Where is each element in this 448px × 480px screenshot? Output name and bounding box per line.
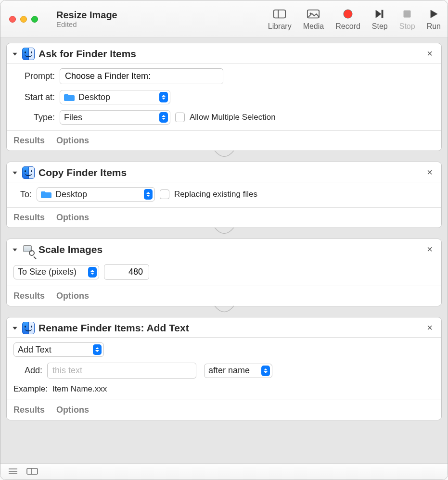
example-value: Item Name.xxx xyxy=(52,384,107,394)
finder-icon xyxy=(22,48,35,60)
remove-action-button[interactable]: × xyxy=(424,321,435,334)
svg-point-4 xyxy=(344,10,352,18)
results-tab[interactable]: Results xyxy=(13,213,45,223)
rename-mode-select[interactable]: Add Text xyxy=(13,342,104,357)
flow-connector xyxy=(6,227,442,240)
action-header[interactable]: Scale Images × xyxy=(7,239,441,259)
library-button[interactable]: Library xyxy=(268,8,292,31)
remove-action-button[interactable]: × xyxy=(424,243,435,256)
start-at-value: Desktop xyxy=(78,92,155,102)
type-select[interactable]: Files xyxy=(60,110,170,125)
record-label: Record xyxy=(335,22,360,31)
folder-icon xyxy=(41,190,51,199)
finder-icon xyxy=(22,322,35,334)
action-title: Copy Finder Items xyxy=(38,167,127,178)
disclosure-chevron-icon xyxy=(12,325,18,331)
stepper-arrows-icon xyxy=(88,267,97,278)
document-title: Resize Image xyxy=(56,10,117,20)
action-copy-finder-items: Copy Finder Items × To: Desktop Replacin… xyxy=(6,162,442,228)
action-rename-finder-items: Rename Finder Items: Add Text × Add Text… xyxy=(6,317,442,420)
media-icon xyxy=(307,8,320,20)
folder-icon xyxy=(64,93,75,101)
results-tab[interactable]: Results xyxy=(13,136,45,146)
scale-mode-value: To Size (pixels) xyxy=(18,267,84,277)
disclosure-chevron-icon xyxy=(12,246,18,253)
svg-rect-5 xyxy=(382,10,383,18)
step-label: Step xyxy=(372,22,388,31)
toolbar: Library Media Record Step xyxy=(268,8,441,31)
step-button[interactable]: Step xyxy=(372,8,388,31)
allow-multiple-checkbox[interactable] xyxy=(175,113,185,122)
window-titlebar: Resize Image Edited Library Media xyxy=(0,0,448,38)
finder-icon xyxy=(22,166,35,179)
log-view-button[interactable] xyxy=(8,467,18,477)
run-button[interactable]: Run xyxy=(427,8,441,31)
zoom-window-button[interactable] xyxy=(31,16,38,23)
options-tab[interactable]: Options xyxy=(56,213,89,223)
disclosure-chevron-icon xyxy=(12,169,18,176)
to-label: To: xyxy=(13,189,32,200)
variables-view-button[interactable] xyxy=(26,467,38,477)
results-tab[interactable]: Results xyxy=(13,405,45,415)
rename-mode-value: Add Text xyxy=(18,345,89,355)
replace-checkbox[interactable] xyxy=(160,189,169,199)
run-icon xyxy=(427,8,440,20)
record-button[interactable]: Record xyxy=(335,8,360,31)
status-bar xyxy=(0,463,448,480)
media-label: Media xyxy=(303,22,324,31)
action-header[interactable]: Copy Finder Items × xyxy=(7,162,441,182)
media-button[interactable]: Media xyxy=(303,8,324,31)
stepper-arrows-icon xyxy=(159,92,168,102)
step-icon xyxy=(373,8,386,20)
minimize-window-button[interactable] xyxy=(20,16,27,23)
remove-action-button[interactable]: × xyxy=(424,47,435,60)
workflow-canvas: Ask for Finder Items × Prompt: Start at:… xyxy=(0,38,448,463)
type-label: Type: xyxy=(13,113,55,123)
run-label: Run xyxy=(427,22,441,31)
flow-connector xyxy=(6,150,442,163)
stepper-arrows-icon xyxy=(261,366,270,376)
options-tab[interactable]: Options xyxy=(56,291,89,301)
stepper-arrows-icon xyxy=(144,189,153,200)
record-icon xyxy=(341,8,355,20)
scale-size-input[interactable] xyxy=(104,264,149,280)
disclosure-chevron-icon xyxy=(12,51,18,57)
type-value: Files xyxy=(64,113,155,123)
stop-button: Stop xyxy=(399,8,415,31)
remove-action-button[interactable]: × xyxy=(424,166,435,179)
stepper-arrows-icon xyxy=(159,112,168,123)
add-label: Add: xyxy=(13,366,42,376)
library-icon xyxy=(273,8,286,20)
start-at-label: Start at: xyxy=(13,92,55,102)
add-text-input[interactable] xyxy=(47,363,196,379)
replace-label: Replacing existing files xyxy=(174,189,257,199)
scale-mode-select[interactable]: To Size (pixels) xyxy=(13,265,99,279)
action-header[interactable]: Rename Finder Items: Add Text × xyxy=(7,317,441,338)
position-value: after name xyxy=(208,366,257,376)
to-select[interactable]: Desktop xyxy=(37,187,155,202)
svg-rect-0 xyxy=(274,10,285,18)
action-title: Ask for Finder Items xyxy=(38,48,136,60)
results-tab[interactable]: Results xyxy=(13,291,45,301)
start-at-select[interactable]: Desktop xyxy=(60,90,170,104)
preview-icon xyxy=(22,243,35,256)
close-window-button[interactable] xyxy=(9,16,16,23)
prompt-label: Prompt: xyxy=(13,71,55,81)
flow-connector xyxy=(6,305,442,318)
position-select[interactable]: after name xyxy=(204,364,272,378)
action-title: Scale Images xyxy=(38,244,102,255)
options-tab[interactable]: Options xyxy=(56,136,89,146)
title-block: Resize Image Edited xyxy=(56,10,117,28)
stepper-arrows-icon xyxy=(93,344,102,355)
action-header[interactable]: Ask for Finder Items × xyxy=(7,43,441,63)
svg-rect-10 xyxy=(27,468,38,474)
action-ask-for-finder-items: Ask for Finder Items × Prompt: Start at:… xyxy=(6,43,442,151)
svg-rect-6 xyxy=(404,11,410,17)
action-scale-images: Scale Images × To Size (pixels) Results … xyxy=(6,239,442,306)
stop-icon xyxy=(400,8,414,20)
example-label: Example: xyxy=(13,384,48,394)
options-tab[interactable]: Options xyxy=(56,405,89,415)
library-label: Library xyxy=(268,22,292,31)
prompt-input[interactable] xyxy=(60,68,223,84)
action-title: Rename Finder Items: Add Text xyxy=(38,322,189,334)
